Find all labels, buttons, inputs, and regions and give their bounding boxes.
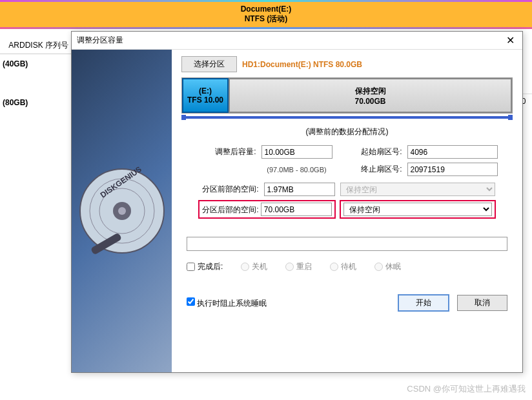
after-complete-checkbox[interactable] [187,263,195,271]
end-sector-input[interactable] [407,163,498,176]
partition-slider[interactable] [181,116,513,119]
size-label: 调整后容量: [197,146,256,157]
progress-bar [187,237,507,251]
disk-image: DISKGENIUS [72,50,172,372]
highlight-back-select: 保持空闲 [340,200,496,219]
prevent-sleep-label: 执行时阻止系统睡眠 [197,299,267,308]
end-sector-label: 终止扇区号: [338,164,402,175]
radio-restart [285,263,294,271]
background-title: Document(E:) NTFS (活动) [0,2,532,27]
radio-hibernate [374,263,383,271]
bg-left-item: (40GB) [0,54,71,74]
close-icon[interactable]: ✕ [504,34,517,46]
after-complete-label: 完成后: [198,262,223,271]
resize-dialog: 调整分区容量 ✕ DISKGENIUS 选择分区 HD1:Document(E:… [71,31,523,373]
watermark: CSDN @你可知这世上再难遇我 [407,383,526,395]
start-sector-label: 起始扇区号: [338,146,402,157]
bg-left-header: ARDDISK 序列号 [0,37,71,54]
size-input[interactable] [261,145,332,159]
partition-segment-free[interactable]: 保持空闲 70.00GB [229,78,512,113]
front-space-input[interactable] [264,183,335,196]
cancel-button[interactable]: 取消 [457,295,507,311]
bg-title-line2: NTFS (活动) [0,14,532,25]
prevent-sleep-checkbox[interactable] [187,297,195,306]
back-space-input[interactable] [261,203,332,216]
select-partition-button[interactable]: 选择分区 [181,56,237,72]
bg-title-line1: Document(E:) [0,5,532,14]
highlight-back-space: 分区后部的空间: [198,200,336,219]
svg-point-4 [118,207,126,215]
bg-left-panel: ARDDISK 序列号 (40GB) (80GB) [0,37,71,112]
partition-bar[interactable]: (E:) TFS 10.00 保持空闲 70.00GB [181,77,513,114]
selected-partition-label: HD1:Document(E:) NTFS 80.0GB [242,60,362,69]
front-space-label: 分区前部的空间: [200,184,259,195]
front-space-select: 保持空闲 [340,183,495,196]
radio-shutdown [241,263,249,271]
start-sector-input[interactable] [407,145,498,159]
dialog-title: 调整分区容量 [77,35,504,46]
partition-segment-active[interactable]: (E:) TFS 10.00 [182,78,229,113]
bg-left-item: (80GB) [0,93,71,112]
back-space-label: 分区后部的空间: [202,205,258,214]
size-range-label: (97.0MB - 80.0GB) [261,166,332,174]
radio-standby [330,263,338,271]
start-button[interactable]: 开始 [398,294,449,312]
back-space-select[interactable]: 保持空闲 [343,203,492,216]
allocation-info-label: (调整前的数据分配情况) [181,126,513,137]
